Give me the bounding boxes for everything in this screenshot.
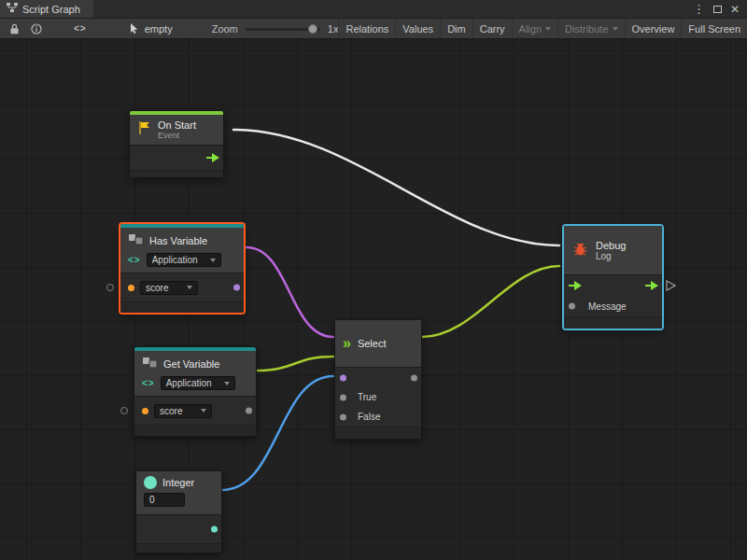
code-view-icon[interactable]: <> xyxy=(68,19,92,38)
zoom-value: 1x xyxy=(328,23,339,35)
chevron-down-icon xyxy=(187,286,192,289)
wire-getvariable-to-select-true xyxy=(257,357,333,371)
node-get-variable[interactable]: Get Variable <> Application score xyxy=(134,346,257,437)
flag-icon xyxy=(137,120,151,139)
select-icon: » xyxy=(343,336,351,351)
chevron-down-icon xyxy=(545,27,551,31)
wire-onstart-to-log xyxy=(233,130,559,245)
graph-breadcrumb[interactable]: empty xyxy=(130,22,173,35)
variables-icon xyxy=(128,232,144,249)
node-title: On Start xyxy=(158,119,196,131)
flow-input-port[interactable] xyxy=(569,277,582,294)
graph-toolbar: <> empty Zoom 1x Relations Values Dim Ca… xyxy=(0,18,747,39)
node-subtitle: Log xyxy=(596,251,626,261)
variable-name-port[interactable] xyxy=(142,408,148,414)
graph-canvas[interactable]: On Start Event Has Variable <> xyxy=(0,39,747,560)
node-title: Integer xyxy=(162,477,194,488)
message-port-label: Message xyxy=(588,301,627,312)
node-debug-log[interactable]: Debug Log Message xyxy=(563,225,663,329)
node-title: Get Variable xyxy=(163,358,219,370)
condition-input-port[interactable] xyxy=(340,374,346,381)
info-icon[interactable] xyxy=(25,19,48,38)
tab-script-graph[interactable]: Script Graph xyxy=(0,0,93,18)
true-input-port[interactable] xyxy=(340,394,346,400)
message-input-port[interactable] xyxy=(569,303,575,310)
node-title: Debug xyxy=(596,240,626,251)
integer-icon xyxy=(144,476,157,489)
flow-output-port[interactable] xyxy=(645,277,658,294)
integer-value-field[interactable]: 0 xyxy=(144,493,185,507)
wire-hasvariable-to-select-condition xyxy=(247,247,333,337)
graph-icon xyxy=(7,3,18,15)
flow-output-port[interactable] xyxy=(206,149,219,166)
node-has-variable[interactable]: Has Variable <> Application score xyxy=(120,223,245,314)
node-subtitle: Event xyxy=(158,131,196,140)
chevron-down-icon xyxy=(224,382,230,385)
overview-button[interactable]: Overview xyxy=(625,19,682,38)
variable-name-dropdown[interactable]: score xyxy=(154,404,212,418)
chevron-down-icon xyxy=(201,409,206,413)
unconnected-input-port[interactable] xyxy=(106,284,114,291)
selection-output-port[interactable] xyxy=(411,374,417,381)
code-brackets-icon: <> xyxy=(142,378,155,388)
node-on-start[interactable]: On Start Event xyxy=(129,110,224,178)
variable-name-port[interactable] xyxy=(128,285,134,291)
node-title: Select xyxy=(358,338,387,349)
variable-scope-dropdown[interactable]: Application xyxy=(147,253,221,267)
graph-ref-label: empty xyxy=(145,23,173,35)
chevron-down-icon xyxy=(210,259,216,262)
node-title: Has Variable xyxy=(149,235,207,246)
bug-icon xyxy=(571,241,589,260)
code-brackets-icon: <> xyxy=(128,255,141,265)
tab-title: Script Graph xyxy=(22,4,80,15)
chevron-down-icon xyxy=(613,27,618,31)
variable-scope-dropdown[interactable]: Application xyxy=(161,376,235,390)
variables-icon xyxy=(142,356,158,372)
carry-button[interactable]: Carry xyxy=(472,19,512,38)
false-port-label: False xyxy=(358,412,380,422)
zoom-slider-handle[interactable] xyxy=(308,24,317,34)
integer-output-port[interactable] xyxy=(211,526,218,533)
bool-output-port[interactable] xyxy=(233,285,240,291)
value-output-port[interactable] xyxy=(246,408,252,414)
wire-select-to-log-message xyxy=(422,266,559,337)
pointer-icon xyxy=(130,22,140,35)
window-titlebar: Script Graph ⋮ ✕ xyxy=(0,0,747,18)
false-input-port[interactable] xyxy=(340,413,346,420)
close-icon[interactable]: ✕ xyxy=(730,4,740,15)
window-controls: ⋮ ✕ xyxy=(693,3,747,15)
zoom-slider[interactable] xyxy=(246,24,320,34)
unconnected-input-port[interactable] xyxy=(120,407,128,414)
relations-button[interactable]: Relations xyxy=(338,19,395,38)
align-button[interactable]: Align xyxy=(512,19,557,38)
values-button[interactable]: Values xyxy=(395,19,440,38)
zoom-label: Zoom xyxy=(212,23,238,35)
node-integer[interactable]: Integer 0 xyxy=(135,470,222,553)
maximize-icon[interactable] xyxy=(713,6,722,13)
true-port-label: True xyxy=(358,392,376,402)
node-select[interactable]: » Select True False xyxy=(334,319,422,440)
fullscreen-button[interactable]: Full Screen xyxy=(681,19,747,38)
dim-button[interactable]: Dim xyxy=(440,19,472,38)
toolbar-buttons: Relations Values Dim Carry Align Distrib… xyxy=(338,19,747,38)
variable-name-dropdown[interactable]: score xyxy=(140,281,198,295)
distribute-button[interactable]: Distribute xyxy=(557,19,624,38)
flow-continue-cap xyxy=(666,280,676,291)
menu-kebab-icon[interactable]: ⋮ xyxy=(693,3,705,15)
lock-icon[interactable] xyxy=(4,19,25,38)
